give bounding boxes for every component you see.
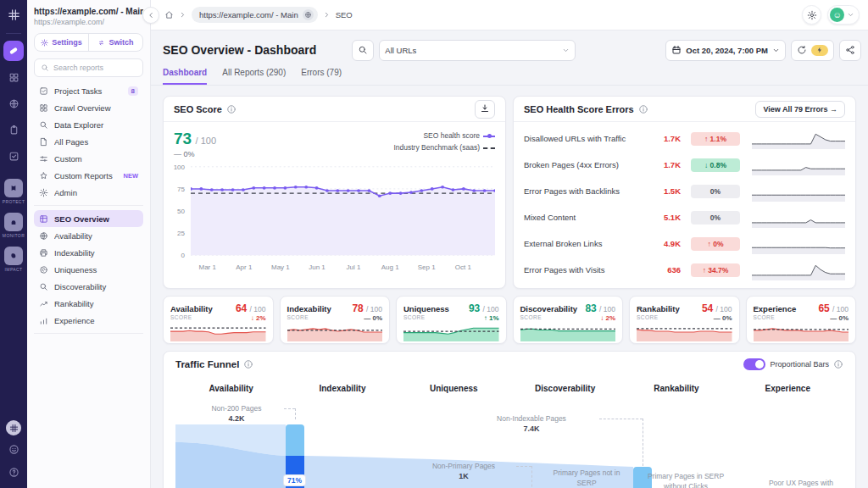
info-icon[interactable] <box>243 359 253 369</box>
rail-item-globe[interactable] <box>3 93 24 114</box>
download-button[interactable] <box>475 100 495 119</box>
funnel-label: Poor UX Pages with <box>742 478 860 488</box>
rail-item-clipboard[interactable] <box>3 119 24 140</box>
error-row[interactable]: Disallowed URLs with Traffic1.7K↑ 1.1% <box>524 125 845 152</box>
legend-dash-marker <box>483 147 495 149</box>
info-icon[interactable] <box>638 104 648 114</box>
account-menu[interactable]: ☺ <box>827 5 860 25</box>
app-rail: PROTECT MONITOR IMPACT <box>0 0 27 488</box>
rail-item-apps-grid[interactable] <box>3 67 24 87</box>
brand-hash-icon[interactable] <box>6 420 21 435</box>
sparkline <box>752 234 845 254</box>
switch-button[interactable]: Switch <box>88 34 142 51</box>
availability-score-card[interactable]: Availability64 / 100 SCORE↓ 2% <box>163 296 274 344</box>
sidebar-item-data-explorer[interactable]: Data Explorer <box>34 116 143 133</box>
avatar: ☺ <box>830 8 844 22</box>
funnel-title: Traffic Funnel <box>175 359 239 369</box>
sidebar-item-availability[interactable]: Availability <box>34 227 143 244</box>
error-row[interactable]: Broken Pages (4xx Errors)1.7K↓ 0.8% <box>524 152 845 178</box>
topbar: https://example.com/ - Main SEO ☺ <box>151 0 868 30</box>
legend-line-marker <box>483 136 495 137</box>
settings-button[interactable]: Settings <box>35 34 88 51</box>
sidebar-item-discoverability[interactable]: Discoverability <box>34 278 143 295</box>
share-button[interactable] <box>839 40 861 61</box>
proportional-bars-toggle[interactable] <box>743 358 765 370</box>
info-icon[interactable] <box>833 359 843 369</box>
chevron-right-icon <box>179 11 186 19</box>
sparkline <box>752 181 845 202</box>
sidebar-item-experience[interactable]: Experience <box>34 312 143 329</box>
sidebar-item-seo-overview[interactable]: SEO Overview <box>34 210 143 227</box>
tab-errors[interactable]: Errors (79) <box>301 68 342 85</box>
boost-badge <box>811 45 828 56</box>
health-errors-card: SEO Health Score Errors View All 79 Erro… <box>513 96 856 289</box>
indexability-score-card[interactable]: Indexability78 / 100 SCORE— 0% <box>280 296 391 344</box>
rail-divider <box>6 33 21 34</box>
sidebar-item-indexability[interactable]: Indexability <box>34 244 143 261</box>
monitor-app-icon[interactable] <box>4 213 23 231</box>
settings-gear-button[interactable] <box>802 5 821 25</box>
impact-app-icon[interactable] <box>4 247 23 265</box>
sidebar-item-custom[interactable]: Custom <box>34 150 143 167</box>
view-all-errors-button[interactable]: View All 79 Errors → <box>755 101 845 118</box>
rail-item-current-app[interactable] <box>3 41 24 61</box>
chevron-down-icon <box>772 47 780 54</box>
change-badge: ↑ 34.7% <box>691 263 740 277</box>
experience-score-card[interactable]: Experience65 / 100 SCORE— 0% <box>746 296 857 344</box>
uniqueness-score-card[interactable]: Uniqueness93 / 100 SCORE↑ 1% <box>396 296 507 344</box>
site-url: https://example.com/ <box>34 18 143 26</box>
protect-app-icon[interactable] <box>4 179 23 197</box>
breadcrumb-section[interactable]: SEO <box>336 10 353 19</box>
sidebar-item-crawl-overview[interactable]: Crawl Overview <box>34 99 143 116</box>
breadcrumb-site[interactable]: https://example.com/ - Main <box>192 7 318 23</box>
tab-all-reports[interactable]: All Reports (290) <box>222 68 286 85</box>
discoverability-score-card[interactable]: Discoverability83 / 100 SCORE↓ 2% <box>513 296 624 344</box>
magnifier-icon <box>39 282 48 291</box>
search-button[interactable] <box>352 40 374 61</box>
sparkline <box>752 155 845 175</box>
sidebar-item-rankability[interactable]: Rankability <box>34 295 143 312</box>
back-button[interactable] <box>142 7 159 24</box>
sidebar-item-project-tasks[interactable]: Project Tasks8 <box>34 82 143 99</box>
page-header: SEO Overview - Dashboard All URLs Oct 20… <box>151 36 868 64</box>
seo-score-value: 73 <box>174 130 192 147</box>
health-errors-title: SEO Health Score Errors <box>524 104 634 114</box>
chevron-right-icon <box>323 11 331 19</box>
tab-dashboard[interactable]: Dashboard <box>163 68 207 85</box>
search-reports-input[interactable] <box>53 64 136 72</box>
mini-chart <box>287 324 383 341</box>
error-row[interactable]: Error Pages with Visits636↑ 34.7% <box>524 257 845 283</box>
app-logo-icon[interactable] <box>8 8 20 25</box>
date-picker[interactable]: Oct 20, 2024, 7:00 PM <box>665 40 786 61</box>
error-row[interactable]: External Broken Links4.9K↑ 0% <box>524 230 845 257</box>
feedback-icon[interactable] <box>8 443 19 458</box>
sidebar-item-admin[interactable]: Admin <box>34 184 143 201</box>
sidebar-divider <box>34 333 143 334</box>
bar-chart-icon <box>39 316 48 325</box>
error-row[interactable]: Error Pages with Backlinks1.5K0% <box>524 178 845 204</box>
refresh-button[interactable] <box>791 40 834 61</box>
sidebar: https://example.com/ - Main https://exam… <box>27 0 151 488</box>
info-icon[interactable] <box>226 104 236 114</box>
score-cards-row: Availability64 / 100 SCORE↓ 2% Indexabil… <box>163 296 856 344</box>
impact-label: IMPACT <box>5 267 23 272</box>
monitor-label: MONITOR <box>3 233 25 238</box>
toggle-label: Proportional Bars <box>770 360 829 369</box>
globe-icon <box>303 9 314 20</box>
globe-icon <box>39 231 48 241</box>
mini-chart <box>637 324 732 341</box>
home-icon[interactable] <box>164 10 174 19</box>
sidebar-item-custom-reports[interactable]: Custom ReportsNEW <box>34 167 143 184</box>
rail-item-tasks[interactable] <box>3 146 24 166</box>
robot-icon <box>39 248 48 258</box>
url-filter-select[interactable]: All URLs <box>379 40 576 61</box>
error-row[interactable]: Mixed Content5.1K0% <box>524 204 845 230</box>
sidebar-item-all-pages[interactable]: All Pages <box>34 133 143 150</box>
traffic-funnel-card: Traffic Funnel Proportional Bars Availab… <box>163 351 856 488</box>
count-badge: 8 <box>128 86 138 96</box>
sidebar-item-uniqueness[interactable]: Uniqueness <box>34 261 143 278</box>
mini-chart <box>520 324 616 341</box>
help-icon[interactable] <box>8 466 19 481</box>
rankability-score-card[interactable]: Rankability54 / 100 SCORE— 0% <box>629 296 740 344</box>
site-actions: Settings Switch <box>34 33 143 52</box>
